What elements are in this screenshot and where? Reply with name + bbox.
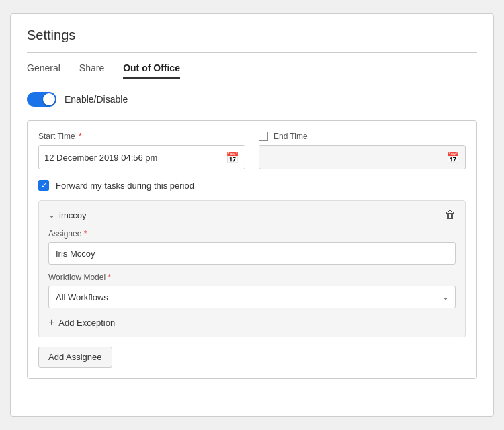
add-exception-row[interactable]: + Add Exception	[48, 316, 456, 329]
forward-tasks-checkbox[interactable]	[38, 180, 49, 191]
assignee-header: ⌄ imccoy 🗑	[48, 209, 456, 221]
start-time-required: *	[77, 132, 82, 141]
assignee-chevron-icon: ⌄	[48, 210, 55, 220]
end-time-calendar-icon[interactable]: 📅	[446, 151, 460, 164]
workflow-select-wrapper: All Workflows Workflow A Workflow B ⌄	[48, 286, 456, 308]
assignee-section: ⌄ imccoy 🗑 Assignee * Workflow Model *	[38, 200, 466, 337]
workflow-select[interactable]: All Workflows Workflow A Workflow B	[48, 286, 456, 308]
start-time-input[interactable]	[44, 153, 226, 163]
divider	[27, 52, 477, 53]
settings-panel: Settings General Share Out of Office Ena…	[10, 13, 494, 417]
end-time-label-row: End Time	[259, 132, 466, 141]
assignee-name-row[interactable]: ⌄ imccoy	[48, 210, 86, 220]
delete-assignee-icon[interactable]: 🗑	[445, 209, 456, 221]
end-time-field: End Time 📅	[259, 132, 466, 169]
end-time-input-wrapper: 📅	[259, 145, 466, 169]
time-row: Start Time * 📅 End Time 📅	[38, 132, 466, 169]
end-time-checkbox[interactable]	[259, 132, 268, 141]
add-exception-label: Add Exception	[58, 318, 115, 328]
enable-disable-toggle[interactable]	[27, 92, 56, 107]
assignee-field: Assignee *	[48, 229, 456, 265]
assignee-required-marker: *	[84, 229, 87, 239]
time-settings-box: Start Time * 📅 End Time 📅	[27, 120, 477, 379]
tab-out-of-office[interactable]: Out of Office	[123, 62, 180, 79]
start-time-calendar-icon[interactable]: 📅	[226, 151, 239, 164]
forward-tasks-label: Forward my tasks during this period	[56, 181, 194, 191]
start-time-label: Start Time *	[38, 132, 245, 141]
start-time-field: Start Time * 📅	[38, 132, 245, 169]
workflow-required-marker: *	[108, 273, 111, 282]
add-exception-plus-icon: +	[48, 316, 54, 329]
toggle-knob	[43, 93, 55, 105]
page-title: Settings	[27, 28, 477, 43]
end-time-input[interactable]	[265, 153, 446, 163]
workflow-field: Workflow Model * All Workflows Workflow …	[48, 273, 456, 308]
enable-disable-row: Enable/Disable	[27, 92, 477, 107]
assignee-field-label: Assignee *	[48, 229, 456, 239]
workflow-field-label: Workflow Model *	[48, 273, 456, 282]
forward-tasks-row: Forward my tasks during this period	[38, 180, 466, 191]
add-assignee-button[interactable]: Add Assignee	[38, 347, 112, 368]
enable-disable-label: Enable/Disable	[65, 94, 128, 105]
tab-share[interactable]: Share	[79, 62, 104, 79]
tab-bar: General Share Out of Office	[27, 62, 477, 79]
start-time-input-wrapper: 📅	[38, 145, 245, 169]
assignee-input[interactable]	[48, 242, 456, 265]
assignee-username: imccoy	[59, 210, 86, 220]
tab-general[interactable]: General	[27, 62, 60, 79]
